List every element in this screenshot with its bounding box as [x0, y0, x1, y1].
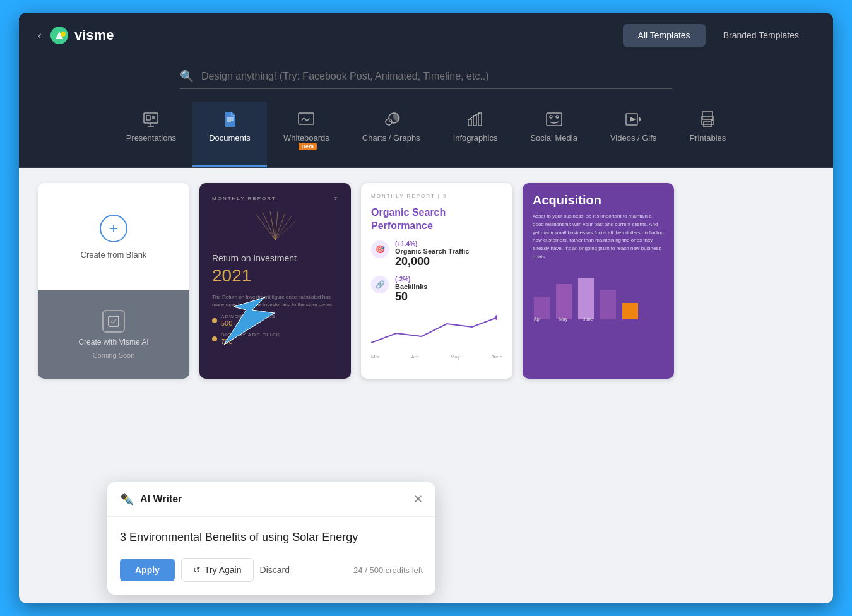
social-media-icon	[545, 110, 563, 128]
sunburst-graphic	[212, 211, 338, 246]
svg-rect-15	[468, 119, 471, 126]
svg-line-32	[275, 211, 278, 240]
credits-left-label: credits left	[386, 566, 423, 575]
svg-rect-17	[478, 113, 482, 126]
plus-icon: +	[100, 215, 127, 242]
ai-writer-dialog: ✒️ AI Writer ✕ 3 Environmental Benefits …	[107, 482, 435, 595]
organic-metric1: 🎯 (+1.4%) Organic Search Traffic 20,000	[371, 240, 502, 268]
credits-info: 24 / 500 credits left	[353, 566, 423, 575]
organic-card-content: MONTHLY REPORT | 6 Organic Search Perfor…	[361, 183, 512, 379]
report-page: 7	[334, 196, 338, 201]
svg-rect-41	[622, 303, 638, 319]
organic-metric2: 🔗 (-2%) Backlinks 50	[371, 276, 502, 304]
tab-infographics[interactable]: Infographics	[437, 102, 514, 167]
roi-card-year: 2021	[212, 266, 338, 286]
app-header: ‹ visme All Templates Branded Templates	[19, 13, 833, 58]
back-button[interactable]: ‹	[38, 29, 42, 42]
credits-total: 500	[369, 566, 383, 575]
search-wrap: 🔍	[180, 64, 672, 89]
charts-icon	[382, 110, 400, 128]
svg-line-34	[275, 216, 292, 240]
mini-chart: MarAprMayJune	[371, 311, 502, 360]
metric-info2: (-2%) Backlinks 50	[395, 276, 502, 304]
organic-change1: (+1.4%)	[395, 240, 502, 247]
dark-card-header: MONTHLY REPORT 7	[212, 196, 338, 201]
svg-point-19	[550, 116, 552, 118]
organic-name2: Backlinks	[395, 283, 502, 290]
svg-text:June: June	[583, 317, 593, 321]
printables-icon	[699, 110, 716, 128]
organic-change2: (-2%)	[395, 276, 502, 283]
svg-rect-40	[600, 290, 616, 319]
svg-line-31	[270, 211, 275, 240]
create-ai-section: Create with Visme AI Coming Soon	[38, 290, 189, 379]
tab-documents[interactable]: Documents	[192, 102, 267, 167]
search-bar: 🔍	[19, 58, 833, 102]
template-tabs: All Templates Branded Templates	[623, 24, 814, 47]
tab-documents-label: Documents	[209, 133, 251, 143]
search-input[interactable]	[201, 71, 672, 82]
tab-social-media-label: Social Media	[530, 133, 577, 143]
tab-whiteboards-label: Whiteboards	[283, 133, 329, 143]
svg-marker-22	[639, 116, 641, 122]
logo: visme	[49, 25, 114, 45]
metric-icon2: 🔗	[371, 276, 389, 293]
all-templates-tab[interactable]: All Templates	[623, 24, 706, 47]
ai-icon	[102, 310, 125, 333]
credits-used: 24	[353, 566, 362, 575]
chart-labels: MarAprMayJune	[371, 354, 502, 360]
create-blank-card[interactable]: + Create from Blank Create with Visme AI…	[38, 183, 189, 379]
organic-title: Organic Search Performance	[371, 206, 502, 233]
nav-tabs: Presentations Documents WhiteboardsBeta	[19, 102, 833, 168]
create-blank-top[interactable]: + Create from Blank	[38, 183, 189, 290]
svg-rect-37	[534, 297, 550, 319]
infographics-icon	[466, 110, 484, 128]
tab-presentations[interactable]: Presentations	[110, 102, 193, 167]
svg-point-20	[556, 116, 559, 118]
template-card-roi[interactable]: MONTHLY REPORT 7	[199, 183, 351, 379]
organic-card-header: MONTHLY REPORT | 6	[371, 193, 502, 199]
svg-rect-12	[299, 113, 314, 124]
create-blank-label: Create from Blank	[81, 250, 147, 259]
svg-text:Apr: Apr	[534, 317, 541, 322]
metric-info1: (+1.4%) Organic Search Traffic 20,000	[395, 240, 502, 268]
presentations-icon	[142, 110, 160, 128]
tab-videos-gifs[interactable]: Videos / Gifs	[594, 102, 673, 167]
tab-whiteboards[interactable]: WhiteboardsBeta	[267, 102, 346, 167]
discard-button[interactable]: Discard	[260, 565, 290, 575]
svg-rect-38	[556, 284, 572, 319]
tab-charts-label: Charts / Graphs	[362, 133, 420, 143]
svg-point-27	[711, 119, 713, 121]
svg-point-2	[61, 32, 66, 37]
tab-social-media[interactable]: Social Media	[514, 102, 593, 167]
dark-card-content: MONTHLY REPORT 7	[199, 183, 351, 379]
apply-button[interactable]: Apply	[120, 559, 175, 581]
acq-chart: Apr May June	[523, 271, 674, 329]
videos-icon	[625, 110, 642, 128]
purple-card-content: Acquisition Asset to your business, so i…	[523, 183, 674, 271]
header-left: ‹ visme	[38, 25, 114, 45]
dialog-title: AI Writer	[140, 494, 182, 505]
try-again-label: Try Again	[204, 565, 242, 575]
dialog-title-wrap: ✒️ AI Writer	[120, 492, 182, 506]
svg-line-33	[275, 213, 285, 240]
svg-text:May: May	[559, 317, 568, 322]
whiteboards-icon	[297, 110, 315, 128]
tab-presentations-label: Presentations	[126, 133, 177, 143]
report-title: MONTHLY REPORT	[212, 196, 276, 201]
branded-templates-tab[interactable]: Branded Templates	[708, 24, 814, 47]
svg-rect-24	[702, 112, 713, 119]
tab-infographics-label: Infographics	[453, 133, 498, 143]
tab-charts-graphs[interactable]: Charts / Graphs	[346, 102, 437, 167]
tab-printables[interactable]: Printables	[673, 102, 742, 167]
template-card-organic[interactable]: MONTHLY REPORT | 6 Organic Search Perfor…	[361, 183, 512, 379]
template-card-acquisition[interactable]: Acquisition Asset to your business, so i…	[523, 183, 674, 379]
dialog-close-button[interactable]: ✕	[413, 492, 423, 506]
try-again-button[interactable]: ↺ Try Again	[181, 558, 254, 582]
ai-writer-icon: ✒️	[120, 492, 134, 506]
arrow-pointer	[215, 294, 278, 347]
logo-text: visme	[74, 27, 114, 44]
svg-line-29	[256, 215, 275, 240]
svg-rect-28	[109, 316, 119, 326]
coming-soon-label: Coming Soon	[93, 352, 135, 359]
